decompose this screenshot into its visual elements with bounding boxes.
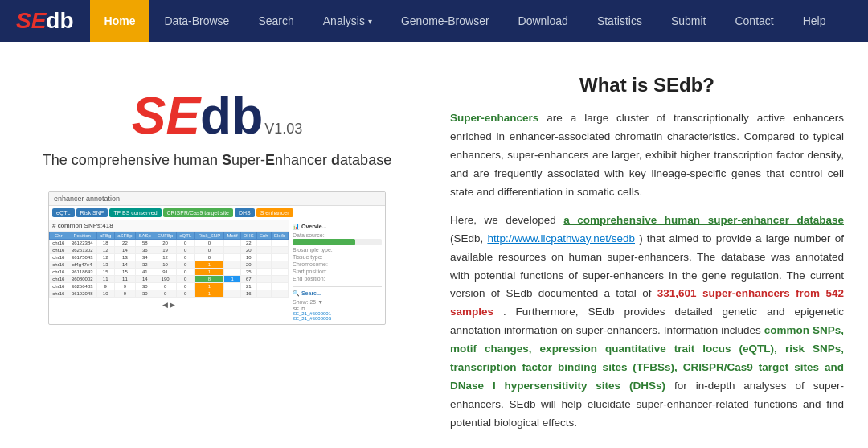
mock-right-panel: 📊 Overvie... Data source: Biosample type… bbox=[289, 220, 385, 324]
mock-tab-crispr[interactable]: CRISPR/Cas9 target site bbox=[163, 208, 233, 217]
nav-items: HomeData-BrowseSearchAnalysis ▾Genome-Br… bbox=[90, 0, 868, 42]
nav-item-contact[interactable]: Contact bbox=[720, 0, 788, 42]
paragraph-2-start: Here, we developed bbox=[450, 214, 563, 226]
nav-item-analysis[interactable]: Analysis ▾ bbox=[309, 0, 387, 42]
navbar: SE db HomeData-BrowseSearchAnalysis ▾Gen… bbox=[0, 0, 868, 42]
mock-end-position: End position: bbox=[293, 276, 382, 282]
section-title: What is SEdb? bbox=[450, 74, 844, 97]
mock-tab-dhs[interactable]: DHS bbox=[235, 208, 255, 217]
logo-area: SE db V1.03 bbox=[132, 90, 303, 142]
mock-chromosome: Chromosome: bbox=[293, 261, 382, 267]
mock-data-table: ChrPositionaFBgaSFBpSASpEUFBpeQTLRisk_SN… bbox=[49, 232, 289, 298]
brand-se: SE bbox=[16, 8, 46, 34]
mock-tabs: eQTL Risk SNP TF BS conserved CRISPR/Cas… bbox=[49, 206, 385, 220]
mock-data-source: Data source: bbox=[293, 232, 382, 245]
mock-tab-eqtl[interactable]: eQTL bbox=[52, 208, 75, 217]
nav-item-statistics[interactable]: Statistics bbox=[583, 0, 657, 42]
mock-table-area: # common SNPs:418 ChrPositionaFBgaSFBpSA… bbox=[49, 220, 289, 324]
comprehensive-link[interactable]: a comprehensive human super-enhancer dat… bbox=[563, 214, 844, 226]
nav-item-data-browse[interactable]: Data-Browse bbox=[149, 0, 244, 42]
mock-snp-label: # common SNPs:418 bbox=[49, 220, 289, 232]
tagline-bold-s: S bbox=[222, 152, 231, 168]
mock-overview-title: 📊 Overvie... bbox=[293, 224, 382, 230]
mock-search-section: 🔍 Searc... Show: 25 ▼ SE ID SE_21_#50000… bbox=[293, 286, 382, 321]
brand-db: db bbox=[46, 8, 73, 34]
nav-item-help[interactable]: Help bbox=[788, 0, 841, 42]
mock-label: enhancer annotation bbox=[49, 192, 385, 206]
right-panel: What is SEdb? Super-enhancers are a larg… bbox=[434, 58, 868, 448]
paragraph-1-text: are a large cluster of transcriptionally… bbox=[450, 112, 844, 198]
nav-item-submit[interactable]: Submit bbox=[657, 0, 721, 42]
nav-item-home[interactable]: Home bbox=[90, 0, 150, 42]
mock-tab-risksnp[interactable]: Risk SNP bbox=[76, 208, 108, 217]
mock-tissue-type: Tissue type: bbox=[293, 254, 382, 260]
logo-version: V1.03 bbox=[264, 121, 302, 138]
tagline: The comprehensive human Super-Enhancer d… bbox=[43, 150, 391, 171]
content-text: Super-enhancers are a large cluster of t… bbox=[450, 109, 844, 433]
mock-tab-se[interactable]: S enhancer bbox=[256, 208, 293, 217]
paragraph-2: Here, we developed a comprehensive human… bbox=[450, 212, 844, 433]
chevron-down-icon: ▾ bbox=[368, 17, 372, 26]
paragraph-1: Super-enhancers are a large cluster of t… bbox=[450, 109, 844, 202]
nav-item-genome-browser[interactable]: Genome-Browser bbox=[387, 0, 504, 42]
tagline-bold-d: d bbox=[331, 152, 340, 168]
nav-item-search[interactable]: Search bbox=[244, 0, 308, 42]
logo-se: SE bbox=[132, 90, 200, 142]
nav-item-download[interactable]: Download bbox=[504, 0, 583, 42]
paragraph-2-mid: (SEdb, bbox=[450, 232, 487, 245]
mock-start-position: Start position: bbox=[293, 269, 382, 274]
super-enhancers-label: Super-enhancers bbox=[450, 112, 538, 124]
sedb-url-link[interactable]: http://www.licpathway.net/sedb bbox=[487, 232, 635, 245]
mock-biosample-type: Biosample type: bbox=[293, 247, 382, 253]
left-panel: SE db V1.03 The comprehensive human Supe… bbox=[0, 58, 434, 448]
screenshot-mock: enhancer annotation eQTL Risk SNP TF BS … bbox=[48, 191, 386, 325]
mock-search-icon: 🔍 Searc... bbox=[293, 290, 382, 297]
tagline-bold-e: E bbox=[265, 152, 275, 168]
main-content: SE db V1.03 The comprehensive human Supe… bbox=[0, 42, 868, 448]
mock-content: # common SNPs:418 ChrPositionaFBgaSFBpSA… bbox=[49, 220, 385, 324]
logo-db: db bbox=[200, 90, 263, 142]
brand-logo[interactable]: SE db bbox=[0, 0, 90, 42]
mock-tab-tfbs[interactable]: TF BS conserved bbox=[109, 208, 161, 217]
